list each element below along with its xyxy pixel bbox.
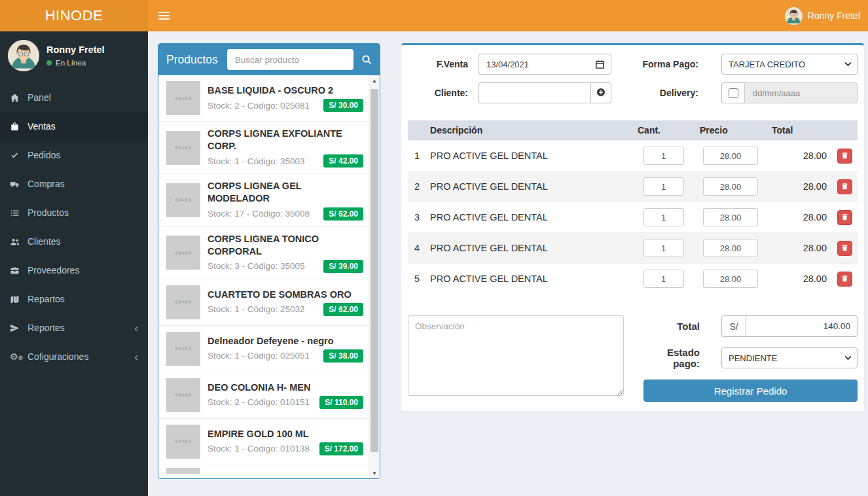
row-description: PRO ACTIVE GEL DENTAL — [425, 141, 632, 171]
row-number: 1 — [408, 141, 425, 171]
calendar-icon[interactable] — [595, 60, 605, 69]
quantity-input[interactable] — [643, 239, 684, 257]
delete-row-button[interactable] — [837, 179, 852, 194]
registrar-pedido-button[interactable]: Registrar Pedido — [643, 380, 858, 402]
sidebar-item[interactable]: Productos ‹ — [0, 198, 148, 227]
col-precio: Precio — [695, 120, 767, 141]
sidebar-item[interactable]: Repartos ‹ — [0, 285, 148, 313]
trash-icon — [841, 182, 848, 192]
sidebar-item[interactable]: Panel ‹ — [0, 83, 148, 112]
sidebar-item[interactable]: Clientes ‹ — [0, 227, 148, 256]
sidebar-item-label: Compras — [27, 179, 65, 189]
fventa-date-field — [479, 54, 611, 75]
delivery-label: Delivery: — [611, 88, 721, 98]
col-total: Total — [767, 120, 832, 141]
sidebar-toggle-icon[interactable] — [158, 10, 170, 22]
product-list-item[interactable]: 64×64 CUARTETO DE SOMBRAS ORO Stock: 1 -… — [158, 279, 369, 326]
product-name: CORPS LIGNEA TONICO CORPORAL — [208, 234, 319, 257]
delete-row-button[interactable] — [837, 241, 852, 256]
delivery-date-input[interactable] — [745, 82, 858, 103]
price-input[interactable] — [703, 270, 758, 288]
sidebar-user-panel: Ronny Fretel En Línea — [0, 31, 148, 80]
product-list-item[interactable]: 64×64 Delneador Defeyene - negro Stock: … — [158, 326, 369, 372]
total-input[interactable] — [746, 315, 858, 337]
cliente-input[interactable] — [479, 82, 591, 103]
observacion-textarea[interactable] — [408, 315, 624, 396]
forma-pago-field: TARJETA CREDITO — [721, 54, 858, 75]
product-list-item[interactable]: 64×64 — [158, 465, 369, 474]
user-status: En Línea — [46, 59, 105, 67]
estado-pago-select[interactable]: PENDIENTE — [721, 347, 858, 368]
quantity-input[interactable] — [643, 177, 684, 196]
scroll-up-icon[interactable]: ▲ — [369, 75, 380, 86]
product-stock-code: Stock: 2 - Código: 025081 — [208, 101, 310, 111]
price-input[interactable] — [703, 239, 758, 257]
delete-row-button[interactable] — [837, 272, 852, 287]
price-input[interactable] — [703, 177, 758, 196]
user-avatar — [785, 7, 803, 25]
bag-icon — [10, 122, 27, 132]
scrollbar-thumb[interactable] — [371, 89, 378, 452]
map-icon — [10, 294, 27, 304]
sidebar-item-label: Reportes — [27, 323, 65, 333]
price-input[interactable] — [703, 147, 758, 165]
product-search-input[interactable] — [227, 49, 353, 70]
delete-row-button[interactable] — [837, 210, 852, 225]
row-description: PRO ACTIVE GEL DENTAL — [425, 233, 632, 264]
quantity-input[interactable] — [643, 208, 684, 226]
product-price-badge: S/ 172.00 — [319, 442, 363, 455]
product-stock-code: Stock: 2 - Código: 010151 — [208, 397, 310, 407]
sidebar-item-label: Ventas — [27, 121, 56, 132]
quantity-input[interactable] — [643, 147, 684, 165]
delivery-field — [721, 82, 858, 103]
sidebar-item[interactable]: Ventas ‹ — [0, 112, 148, 141]
product-list-item[interactable]: 64×64 CORPS LIGNEA EXFOLIANTE CORP. Stoc… — [158, 122, 369, 174]
forma-pago-label: Forma Pago: — [611, 59, 721, 69]
product-list-item[interactable]: 64×64 CORPS LIGNEA TONICO CORPORAL Stock… — [158, 227, 369, 279]
products-list: 64×64 BASE LIQUIDA - OSCURO 2 Stock: 2 -… — [158, 75, 369, 478]
sidebar-item-label: Clientes — [27, 236, 61, 247]
forma-pago-select[interactable]: TARJETA CREDITO — [721, 54, 858, 75]
sidebar-item-label: Pedidos — [27, 150, 61, 160]
trash-icon — [841, 213, 848, 222]
cliente-label: Cliente: — [408, 88, 479, 98]
sidebar-item[interactable]: Compras ‹ — [0, 169, 148, 198]
product-stock-code: Stock: 1 - Código: 35003 — [208, 156, 305, 166]
product-stock-code: Stock: 1 - Código: 25032 — [208, 304, 305, 314]
product-name: CUARTETO DE SOMBRAS ORO — [208, 289, 352, 300]
product-price-badge: S/ 110.00 — [319, 396, 363, 409]
sidebar-item-label: Proveedores — [27, 265, 79, 275]
delivery-checkbox-addon — [721, 82, 745, 103]
product-name: DEO COLONIA H- MEN — [208, 382, 310, 393]
search-icon[interactable] — [361, 54, 372, 65]
add-cliente-button[interactable] — [591, 82, 611, 103]
product-list-item[interactable]: 64×64 DEO COLONIA H- MEN Stock: 2 - Códi… — [158, 372, 369, 419]
product-name: BASE LIQUIDA - OSCURO 2 — [208, 85, 333, 96]
sidebar-item[interactable]: Pedidos ‹ — [0, 141, 148, 169]
product-list-item[interactable]: 64×64 EMPIRE GOLD 100 ML Stock: 1 - Códi… — [158, 419, 369, 465]
sidebar-item[interactable]: Proveedores ‹ — [0, 256, 148, 285]
scroll-down-icon[interactable]: ▼ — [369, 468, 380, 478]
sidebar-item[interactable]: Reportes ‹ — [0, 313, 148, 342]
delete-row-button[interactable] — [837, 149, 852, 164]
product-price-badge: S/ 62.00 — [323, 207, 363, 221]
row-number: 3 — [408, 202, 425, 233]
product-list-item[interactable]: 64×64 CORPS LIGNEA GEL MODELADOR Stock: … — [158, 174, 369, 226]
truck-icon — [10, 179, 27, 189]
products-scrollbar[interactable]: ▲ ▼ — [369, 75, 380, 478]
fventa-date-input[interactable] — [485, 59, 595, 70]
home-icon — [10, 93, 27, 103]
navbar-user-name: Ronny Fretel — [808, 10, 860, 21]
delivery-checkbox[interactable] — [729, 88, 738, 98]
plus-circle-icon — [596, 88, 606, 99]
price-input[interactable] — [703, 208, 758, 226]
product-list-item[interactable]: 64×64 BASE LIQUIDA - OSCURO 2 Stock: 2 -… — [158, 75, 369, 122]
quantity-input[interactable] — [643, 270, 684, 288]
product-stock-code: Stock: 1 - Código: 025051 — [208, 351, 310, 361]
row-total: 28.00 — [767, 202, 832, 233]
navbar-user-menu[interactable]: Ronny Fretel — [785, 7, 860, 25]
product-price-badge: S/ 39.00 — [323, 260, 363, 273]
product-price-badge: S/ 42.00 — [323, 154, 363, 168]
product-name: EMPIRE GOLD 100 ML — [208, 429, 309, 439]
sidebar-item[interactable]: ⚙⚙ Cofiguraciones ‹ — [0, 342, 148, 371]
